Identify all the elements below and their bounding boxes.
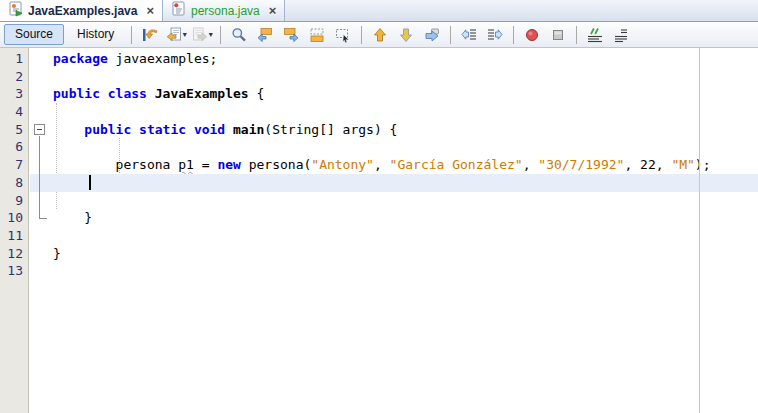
rectangular-selection-button[interactable] <box>331 23 355 46</box>
code-line-2[interactable]: 2 <box>0 68 758 86</box>
java-main-class-icon <box>8 1 23 20</box>
java-class-icon <box>171 1 186 20</box>
back-button[interactable]: ▾ <box>164 23 188 46</box>
stop-macro-icon <box>550 27 566 43</box>
tab-close-icon[interactable]: × <box>269 4 277 17</box>
shift-line-left-icon <box>461 27 477 43</box>
find-previous-button[interactable] <box>253 23 277 46</box>
right-margin-line <box>699 48 700 413</box>
jump-last-edit-button[interactable] <box>138 23 162 46</box>
fold-region-end <box>39 218 47 219</box>
code-text <box>30 103 758 121</box>
record-macro-icon <box>524 27 540 43</box>
toolbar-separator <box>450 26 451 44</box>
next-occurrence-icon <box>398 27 414 43</box>
line-number[interactable]: 11 <box>0 227 30 245</box>
find-previous-icon <box>257 27 273 43</box>
tab-bar-filler <box>285 0 758 21</box>
editor-tab-bar: JavaExamples.java × persona.java × <box>0 0 758 22</box>
line-number[interactable]: 8 <box>0 174 30 192</box>
toggle-bookmark-icon <box>424 27 440 43</box>
code-line-11[interactable]: 11 <box>0 227 758 245</box>
text-cursor <box>89 175 91 190</box>
code-text <box>30 138 758 156</box>
fold-region-line <box>39 136 40 218</box>
code-text <box>30 227 758 245</box>
toggle-highlight-search-icon <box>309 27 325 43</box>
code-text <box>30 174 758 192</box>
line-number[interactable]: 13 <box>0 262 30 280</box>
code-text <box>30 262 758 280</box>
tab-persona-java[interactable]: persona.java × <box>163 0 285 21</box>
previous-occurrence-icon <box>372 27 388 43</box>
code-text <box>30 192 758 210</box>
toolbar-separator <box>513 26 514 44</box>
forward-button[interactable]: ▾ <box>190 23 214 46</box>
line-number[interactable]: 4 <box>0 103 30 121</box>
code-line-8[interactable]: 8 <box>0 174 758 192</box>
code-line-6[interactable]: 6 <box>0 138 758 156</box>
tab-label: JavaExamples.java <box>28 4 137 18</box>
code-line-9[interactable]: 9 <box>0 192 758 210</box>
next-occurrence-button[interactable] <box>394 23 418 46</box>
tab-javaexamples-java[interactable]: JavaExamples.java × <box>0 0 163 21</box>
toolbar-separator <box>576 26 577 44</box>
toolbar-separator <box>361 26 362 44</box>
shift-line-right-button[interactable] <box>483 23 507 46</box>
uncomment-button[interactable] <box>609 23 633 46</box>
code-line-12[interactable]: 12} <box>0 245 758 263</box>
code-text: public static void main(String[] args) { <box>30 121 758 139</box>
record-macro-button[interactable] <box>520 23 544 46</box>
tab-close-icon[interactable]: × <box>146 4 154 17</box>
history-view-button[interactable]: History <box>66 24 125 45</box>
toolbar-separator <box>131 26 132 44</box>
code-line-7[interactable]: 7 persona p1 = new persona("Antony", "Ga… <box>0 156 758 174</box>
find-next-button[interactable] <box>279 23 303 46</box>
code-text: persona p1 = new persona("Antony", "Garc… <box>30 156 758 174</box>
code-text: public class JavaExamples { <box>30 85 758 103</box>
line-number[interactable]: 5 <box>0 121 30 139</box>
fold-toggle-icon[interactable] <box>34 124 45 135</box>
toolbar-separator <box>220 26 221 44</box>
find-button[interactable] <box>227 23 251 46</box>
line-number[interactable]: 3 <box>0 85 30 103</box>
code-editor[interactable]: 1package javaexamples;23public class Jav… <box>0 48 758 413</box>
code-text <box>30 68 758 86</box>
dropdown-caret-icon: ▾ <box>209 30 213 39</box>
tab-label: persona.java <box>191 4 260 18</box>
code-line-4[interactable]: 4 <box>0 103 758 121</box>
toggle-bookmark-button[interactable] <box>420 23 444 46</box>
toggle-highlight-search-button[interactable] <box>305 23 329 46</box>
line-number[interactable]: 2 <box>0 68 30 86</box>
previous-occurrence-button[interactable] <box>368 23 392 46</box>
code-line-3[interactable]: 3public class JavaExamples { <box>0 85 758 103</box>
code-lines: 1package javaexamples;23public class Jav… <box>0 50 758 280</box>
editor-toolbar: Source History ▾ ▾ <box>0 22 758 48</box>
code-text: } <box>30 245 758 263</box>
code-line-5[interactable]: 5 public static void main(String[] args)… <box>0 121 758 139</box>
back-icon <box>166 27 182 43</box>
find-next-icon <box>283 27 299 43</box>
code-text: } <box>30 209 758 227</box>
comment-icon <box>587 27 603 43</box>
rectangular-selection-icon <box>335 27 351 43</box>
line-number[interactable]: 10 <box>0 209 30 227</box>
find-icon <box>231 27 247 43</box>
line-number[interactable]: 7 <box>0 156 30 174</box>
stop-macro-button[interactable] <box>546 23 570 46</box>
uncomment-icon <box>613 27 629 43</box>
code-line-10[interactable]: 10 } <box>0 209 758 227</box>
line-number[interactable]: 9 <box>0 192 30 210</box>
code-text: package javaexamples; <box>30 50 758 68</box>
line-number[interactable]: 6 <box>0 138 30 156</box>
shift-line-right-icon <box>487 27 503 43</box>
source-view-button[interactable]: Source <box>4 24 64 45</box>
comment-button[interactable] <box>583 23 607 46</box>
shift-line-left-button[interactable] <box>457 23 481 46</box>
line-number[interactable]: 12 <box>0 245 30 263</box>
code-line-13[interactable]: 13 <box>0 262 758 280</box>
code-line-1[interactable]: 1package javaexamples; <box>0 50 758 68</box>
dropdown-caret-icon: ▾ <box>183 30 187 39</box>
jump-last-edit-icon <box>142 27 159 43</box>
line-number[interactable]: 1 <box>0 50 30 68</box>
